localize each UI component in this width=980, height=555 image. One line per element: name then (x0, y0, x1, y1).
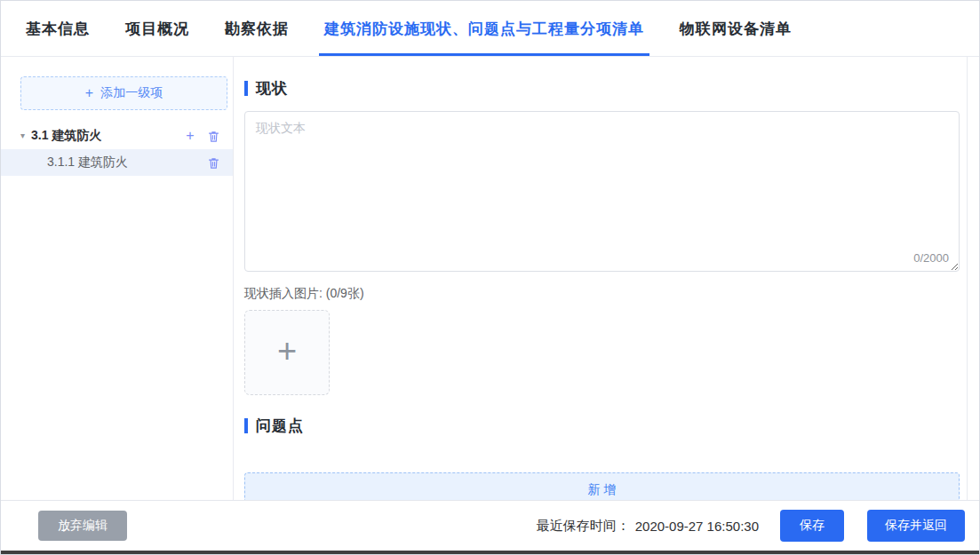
last-saved-label: 最近保存时间： (537, 518, 630, 535)
tree-node-3-1[interactable]: ▾ 3.1 建筑防火 + (1, 123, 233, 149)
plus-icon: + (277, 334, 297, 368)
tab-fire-facility-list[interactable]: 建筑消防设施现状、问题点与工程量分项清单 (324, 1, 644, 56)
tab-basic-info[interactable]: 基本信息 (26, 1, 90, 56)
tree-node-label: 3.1 建筑防火 (31, 128, 183, 144)
sidebar: + 添加一级项 ▾ 3.1 建筑防火 + (1, 57, 234, 500)
status-section-header: 现状 (244, 78, 960, 99)
trash-icon[interactable] (206, 129, 220, 143)
trash-icon[interactable] (206, 155, 220, 170)
main-panel: 现状 0/2000 现状插入图片: (0/9张) + 问题点 新 增 (234, 57, 968, 500)
caret-down-icon[interactable]: ▾ (20, 131, 25, 140)
plus-icon: + (85, 85, 93, 101)
section-bar-icon (244, 418, 248, 433)
tab-survey-basis[interactable]: 勘察依据 (225, 1, 289, 56)
tree-node-actions: + (183, 129, 220, 143)
section-tree: ▾ 3.1 建筑防火 + 3.1.1 建筑防火 (1, 123, 233, 176)
add-child-icon[interactable]: + (183, 129, 197, 143)
tab-bar: 基本信息 项目概况 勘察依据 建筑消防设施现状、问题点与工程量分项清单 物联网设… (1, 1, 979, 57)
tree-node-3-1-1[interactable]: 3.1.1 建筑防火 (1, 149, 233, 176)
window-bottom-edge (1, 551, 979, 554)
add-issue-button[interactable]: 新 增 (244, 472, 960, 500)
status-textarea-wrap: 0/2000 (244, 111, 960, 272)
content-body: + 添加一级项 ▾ 3.1 建筑防火 + (1, 57, 979, 500)
add-level1-item-label: 添加一级项 (100, 85, 163, 101)
upload-image-button[interactable]: + (244, 310, 330, 395)
add-level1-item-button[interactable]: + 添加一级项 (20, 76, 227, 110)
status-image-label: 现状插入图片: (0/9张) (244, 286, 960, 302)
section-bar-icon (244, 81, 248, 96)
discard-edit-button[interactable]: 放弃编辑 (38, 511, 127, 541)
status-section-title: 现状 (256, 78, 288, 99)
last-saved-value: 2020-09-27 16:50:30 (635, 519, 759, 534)
tab-iot-device-list[interactable]: 物联网设备清单 (680, 1, 792, 56)
save-and-return-button[interactable]: 保存并返回 (867, 510, 965, 542)
status-textarea[interactable] (244, 111, 960, 272)
save-button[interactable]: 保存 (780, 510, 844, 542)
issues-section-title: 问题点 (256, 416, 304, 436)
tree-node-actions (206, 155, 220, 170)
tree-node-label: 3.1.1 建筑防火 (47, 155, 206, 170)
app-window: 基本信息 项目概况 勘察依据 建筑消防设施现状、问题点与工程量分项清单 物联网设… (0, 0, 980, 555)
issues-section-header: 问题点 (244, 416, 960, 436)
footer-right: 最近保存时间： 2020-09-27 16:50:30 保存 保存并返回 (537, 510, 965, 542)
tab-project-overview[interactable]: 项目概况 (125, 1, 189, 56)
footer-bar: 放弃编辑 最近保存时间： 2020-09-27 16:50:30 保存 保存并返… (1, 500, 979, 551)
